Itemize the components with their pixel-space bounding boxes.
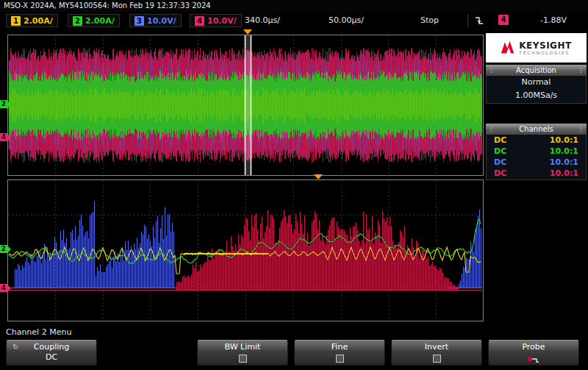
checkbox-unchecked-icon xyxy=(336,355,344,363)
softkey-label: Coupling xyxy=(7,342,96,352)
cycle-icon: ↻ xyxy=(12,343,18,351)
channel-row-4: DC 10.0:1 xyxy=(487,168,586,179)
channel-2-number: 2 xyxy=(73,16,82,26)
channel-coupling: DC xyxy=(494,157,506,168)
channel-3-number: 3 xyxy=(135,16,144,26)
info-sidebar: KEYSIGHT TECHNOLOGIES Acquisition Normal… xyxy=(486,33,587,325)
softkey-label: Fine xyxy=(295,342,384,352)
softkey-label: BW Limit xyxy=(198,342,287,352)
sample-rate: 1.00MSa/s xyxy=(487,89,586,102)
channel-row-2: DC 10.0:1 xyxy=(487,146,586,157)
channel-1-status[interactable]: 1 2.00A/ xyxy=(6,14,58,27)
channel-probe-ratio: 10.0:1 xyxy=(550,157,578,168)
channel-row-3: DC 10.0:1 xyxy=(487,157,586,168)
brand-name: KEYSIGHT xyxy=(519,41,571,50)
ground-marker-label: 2 xyxy=(0,100,7,108)
ground-marker-label: 4 xyxy=(0,133,7,141)
trigger-level[interactable]: -1.88V xyxy=(540,15,567,26)
softkey-invert[interactable]: Invert xyxy=(391,340,482,366)
softkey-fine[interactable]: Fine xyxy=(294,340,385,366)
ground-marker-top-ch2: 2 xyxy=(0,100,11,108)
menu-title: Channel 2 Menu xyxy=(6,327,71,337)
softkey-probe[interactable]: Probe xyxy=(488,340,579,366)
timebase-delay[interactable]: 50.00µs/ xyxy=(329,15,364,26)
run-state[interactable]: Stop xyxy=(420,15,439,26)
channel-3-scale: 10.0V/ xyxy=(147,16,176,26)
channel-probe-ratio: 10.0:1 xyxy=(550,146,578,157)
status-bar: 1 2.00A/ 2 2.00A/ 3 10.0V/ 4 10.0V/ 340.… xyxy=(0,12,588,31)
trigger-time-marker-bottom xyxy=(314,174,323,179)
acquisition-panel: Normal 1.00MSa/s xyxy=(486,76,587,104)
sidebar-spacer xyxy=(486,104,587,121)
ground-marker-arrow-icon xyxy=(7,285,11,292)
ground-marker-label: 2 xyxy=(0,245,7,253)
ground-marker-bottom-ch2: 2 xyxy=(0,245,11,253)
checkbox-unchecked-icon xyxy=(433,355,441,363)
softkey-label: Invert xyxy=(392,342,481,352)
titlebar: MSO-X 2024A, MY54100564: Mon Feb 19 12:3… xyxy=(0,0,588,12)
checkbox-unchecked-icon xyxy=(239,355,247,363)
channels-header: Channels xyxy=(486,124,587,135)
ground-marker-bottom-ch4: 4 xyxy=(0,284,11,292)
channel-2-status[interactable]: 2 2.00A/ xyxy=(68,14,120,27)
keysight-logo: KEYSIGHT TECHNOLOGIES xyxy=(486,33,587,63)
ground-marker-label: 4 xyxy=(0,284,7,292)
keysight-spark-icon xyxy=(501,40,515,55)
channel-4-scale: 10.0V/ xyxy=(207,16,237,26)
channel-coupling: DC xyxy=(494,146,506,157)
probe-icon xyxy=(527,355,540,363)
channel-coupling: DC xyxy=(494,135,506,146)
channel-probe-ratio: 10.0:1 xyxy=(550,135,578,146)
brand-tagline: TECHNOLOGIES xyxy=(519,50,571,55)
bottom-wave xyxy=(7,179,484,321)
softkey-bw-limit[interactable]: BW Limit xyxy=(197,340,288,366)
channel-row-1: DC 10.0:1 xyxy=(487,135,586,146)
channel-4-number: 4 xyxy=(195,16,204,26)
channel-3-status[interactable]: 3 10.0V/ xyxy=(129,14,182,27)
trigger-time-marker-top xyxy=(243,29,252,35)
channel-probe-ratio: 10.0:1 xyxy=(550,168,578,179)
ground-marker-top-ch4: 4 xyxy=(0,133,11,141)
channels-panel: DC 10.0:1 DC 10.0:1 DC 10.0:1 DC 10.0:1 xyxy=(486,135,587,180)
trigger-source-badge[interactable]: 4 xyxy=(498,15,509,25)
oscilloscope-screen: MSO-X 2024A, MY54100564: Mon Feb 19 12:3… xyxy=(0,0,588,370)
softkey-coupling[interactable]: ↻ Coupling DC xyxy=(6,340,97,366)
channel-coupling: DC xyxy=(494,168,506,179)
acquisition-mode: Normal xyxy=(487,76,586,89)
trigger-edge-icon xyxy=(475,15,484,25)
channel-1-scale: 2.00A/ xyxy=(24,16,53,26)
timebase-scale[interactable]: 340.0µs/ xyxy=(245,15,280,26)
acquisition-header: Acquisition xyxy=(486,65,587,76)
top-wave xyxy=(7,35,484,176)
status-separator xyxy=(467,14,468,27)
ground-marker-arrow-icon xyxy=(7,246,11,253)
channel-1-number: 1 xyxy=(11,16,21,26)
channel-2-scale: 2.00A/ xyxy=(85,16,115,26)
channel-4-status[interactable]: 4 10.0V/ xyxy=(190,14,242,27)
ground-marker-arrow-icon xyxy=(7,101,11,108)
softkey-label: Probe xyxy=(489,342,578,352)
ground-marker-arrow-icon xyxy=(7,134,11,141)
softkey-value: DC xyxy=(7,352,96,363)
